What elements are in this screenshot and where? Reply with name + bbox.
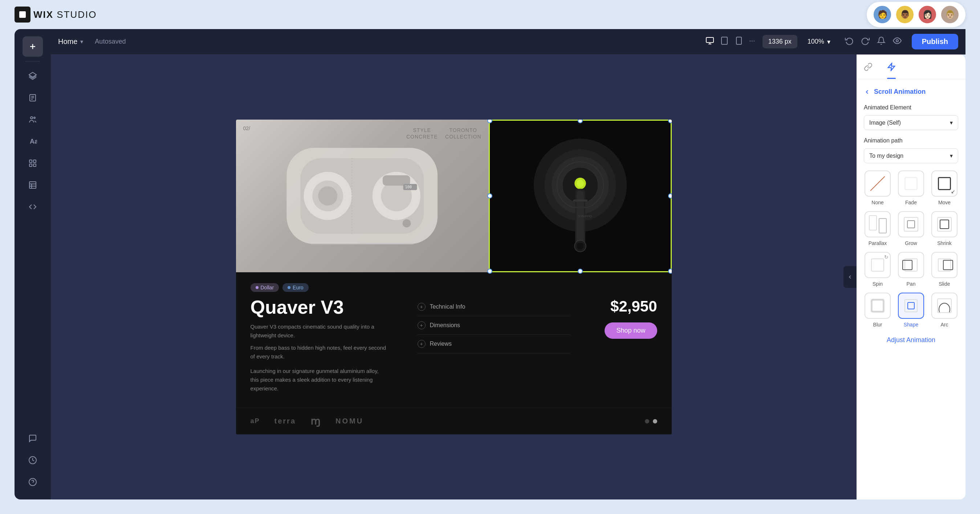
anim-option-shape[interactable]: Shape [897,293,925,327]
anim-shrink-inner [940,220,949,229]
anim-slide-label: Slide [939,281,950,287]
spec-reviews[interactable]: + Reviews [418,335,570,353]
sidebar-item-code[interactable] [22,197,43,217]
anim-thumb-arc [931,293,958,319]
canvas-panel-row: STYLECONCRETE TORONTOCOLLECTION 02/ [51,54,966,500]
device-tablet[interactable] [720,36,729,47]
sidebar-item-table[interactable] [22,175,43,195]
anim-option-shrink[interactable]: Shrink [931,211,958,246]
toolbar-notifications[interactable] [877,36,886,47]
sidebar-item-text[interactable]: Aa [22,131,43,152]
anim-option-fade[interactable]: Fade [897,171,925,205]
anim-option-grow[interactable]: Grow [897,211,925,246]
animation-options-grid: None Fade ↙ [864,171,958,327]
panel-toggle[interactable] [843,266,856,288]
sidebar-bottom [22,428,43,492]
toolbar-width-display[interactable]: 1336 px [762,35,797,48]
anim-shape-label: Shape [904,322,918,327]
canvas-area: STYLECONCRETE TORONTOCOLLECTION 02/ [51,54,856,500]
collaborator-avatar-2[interactable]: 👨🏾 [895,5,915,24]
anim-parallax-icon [869,215,887,233]
anim-option-none[interactable]: None [864,171,891,205]
anim-option-parallax[interactable]: Parallax [864,211,891,246]
selection-handle-mr [668,193,672,198]
spec-expand-icon: + [418,303,426,311]
anim-option-blur[interactable]: Blur [864,293,891,327]
shop-now-button[interactable]: Shop now [605,322,657,339]
spec-dimensions[interactable]: + Dimensions [418,316,570,335]
adjust-animation-button[interactable]: Adjust Animation [864,330,958,350]
animation-path-select[interactable]: To my design ▾ [864,148,958,163]
sidebar-item-dashboard[interactable] [22,450,43,470]
selection-handle-bl [487,269,492,274]
panel-back-button[interactable]: Scroll Animation [864,88,958,96]
zoom-value: 100% [808,38,824,45]
sidebar-item-apps[interactable] [22,153,43,173]
editor-wrapper: Aa [0,29,980,514]
svg-point-35 [318,187,338,206]
sidebar-item-help[interactable] [22,472,43,492]
product-info-section: Dollar Euro Quaver V3 Quaver [236,272,672,407]
sidebar-divider [25,61,40,61]
svg-rect-23 [706,37,713,43]
device-more[interactable]: ··· [749,36,755,47]
sidebar-item-add[interactable] [22,36,43,57]
panel-back-label: Scroll Animation [874,88,926,96]
collaborator-avatar-4[interactable]: 👨🏼 [940,5,960,24]
anim-option-pan[interactable]: Pan [897,252,925,287]
toolbar-zoom[interactable]: 100% ▾ [808,38,830,46]
wix-logo-icon [18,10,28,20]
anim-thumb-parallax [864,211,891,237]
tag-dollar[interactable]: Dollar [251,283,279,292]
publish-button[interactable]: Publish [912,34,958,49]
anim-thumb-shrink [931,211,958,237]
product-desc-2: From deep bass to hidden high notes, fee… [251,343,388,361]
toolbar-devices: ··· [705,36,755,47]
spec-technical-label: Technical Info [430,303,466,310]
sidebar-item-pages[interactable] [22,88,43,108]
toolbar-page-selector[interactable]: Home ▾ [58,37,83,46]
anim-option-move[interactable]: ↙ Move [931,171,958,205]
anim-move-label: Move [938,200,951,205]
sidebar-item-members[interactable] [22,109,43,130]
toolbar-preview[interactable] [893,36,902,47]
product-specs: + Technical Info + Dimensions + [418,298,570,353]
collaborator-avatar-1[interactable]: 🧑 [872,5,892,24]
collaborators-bubble: 🧑 👨🏾 👩🏻 👨🏼 [867,2,966,27]
svg-text:100: 100 [405,185,412,189]
anim-none-icon [870,176,885,191]
toolbar-redo[interactable] [861,36,870,47]
anim-thumb-move: ↙ [931,171,958,197]
device-desktop[interactable] [705,36,714,47]
anim-blur-label: Blur [873,322,882,327]
anim-shape-inner [907,302,915,309]
tag-euro[interactable]: Euro [283,283,309,292]
anim-option-arc[interactable]: Arc [931,293,958,327]
panel-tab-animation[interactable] [887,54,896,79]
sidebar-item-layers[interactable] [22,66,43,86]
spec-technical-info[interactable]: + Technical Info [418,298,570,316]
anim-thumb-fade [898,171,924,197]
brand-m: ɱ [310,415,321,427]
sidebar-item-chat[interactable] [22,428,43,449]
spec-reviews-label: Reviews [430,341,452,347]
collaborator-avatar-3[interactable]: 👩🏻 [918,5,937,24]
anim-none-label: None [872,200,883,205]
svg-rect-14 [29,164,32,166]
brand-nomu: NOMU [336,417,363,425]
anim-move-box [938,177,951,190]
toolbar-autosaved: Autosaved [95,38,126,45]
animation-path-label: Animation path [864,137,958,144]
selection-handle-ml [487,193,492,198]
animated-element-select[interactable]: Image (Self) ▾ [864,115,958,130]
panel-tab-link[interactable] [864,54,872,79]
device-mobile[interactable] [735,36,743,47]
product-image-right-selected[interactable]: SYMPHO [489,120,672,272]
product-desc-1: Quaver V3 compacts cinematic sound quali… [251,322,388,340]
product-image-left: STYLECONCRETE TORONTOCOLLECTION 02/ [236,120,489,272]
anim-option-slide[interactable]: Slide [931,252,958,287]
animation-path-chevron: ▾ [950,152,953,159]
anim-option-spin[interactable]: ↻ Spin [864,252,891,287]
anim-shrink-label: Shrink [937,240,952,246]
toolbar-undo[interactable] [845,36,854,47]
